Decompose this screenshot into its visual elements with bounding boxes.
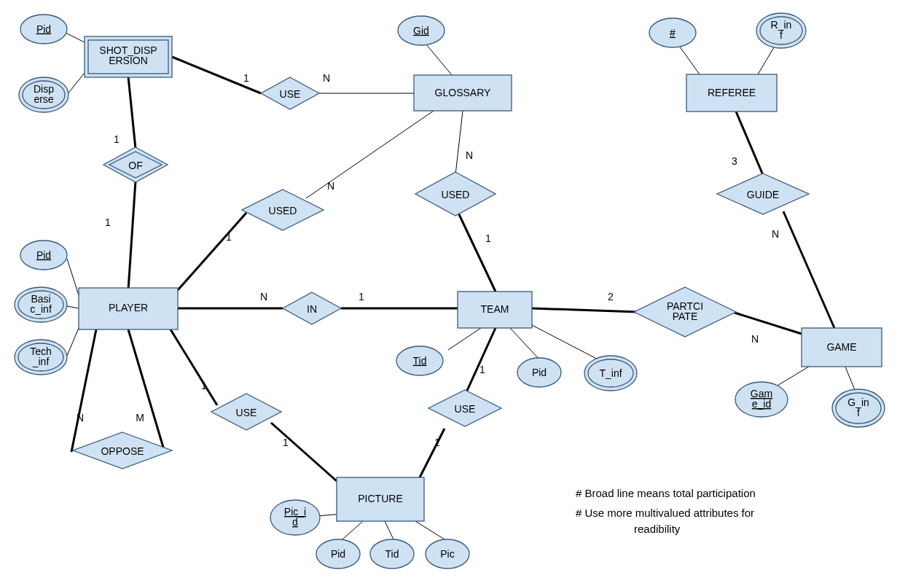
edge-usedpg-glossary — [306, 111, 434, 198]
edge-attr — [385, 521, 394, 539]
entity-player: PLAYER — [79, 288, 178, 329]
attr-label: Pid — [36, 249, 51, 261]
rel-guide: GUIDE — [717, 173, 809, 214]
card-usepp-pic: 1 — [283, 437, 289, 448]
entity-label: GLOSSARY — [435, 87, 491, 98]
edge-attr — [510, 328, 539, 359]
entity-label: PLAYER — [109, 302, 148, 313]
entity-referee: REFEREE — [686, 74, 777, 112]
attr-sd-pid: Pid — [20, 15, 67, 44]
rel-used-tg: USED — [415, 172, 496, 216]
rel-label: GUIDE — [747, 189, 779, 200]
edge-player-oppose-r — [128, 329, 164, 450]
attr-label: Tid — [385, 548, 399, 560]
card-part-game: N — [751, 333, 759, 345]
attr-pic-picid: Pic_id — [270, 500, 320, 535]
card-usedtg-gloss: N — [466, 149, 473, 161]
card-usedtg-team: 1 — [485, 233, 491, 244]
rel-label: USED — [269, 205, 297, 216]
card-usetp-team: 1 — [479, 364, 485, 375]
attr-ref-num: # — [649, 18, 696, 47]
rel-in: IN — [283, 292, 341, 324]
attr-sd-disperse: Disperse — [19, 77, 68, 112]
card-oppose-r: M — [136, 412, 144, 423]
edge-attr — [776, 367, 809, 386]
attr-label: Pid — [331, 548, 345, 560]
entity-picture: PICTURE — [337, 477, 424, 521]
edge-attr — [67, 328, 79, 356]
attr-ref-rinf: R_inf — [756, 13, 806, 48]
attr-team-pid: Pid — [517, 358, 561, 387]
rel-oppose: OPPOSE — [73, 432, 172, 469]
rel-label: USE — [236, 407, 257, 418]
card-part-team: 2 — [608, 291, 614, 302]
card-usedpg-gloss: N — [327, 180, 334, 192]
rel-participate: PARTCIPATE — [634, 287, 736, 337]
rel-label: USE — [455, 403, 476, 415]
card-usepp-player: 1 — [201, 380, 207, 391]
attr-team-tinf: T_inf — [584, 356, 637, 391]
card-use-sd: 1 — [243, 72, 249, 84]
rel-label: OF — [128, 160, 142, 171]
note-line2: # Use more multivalued attributes for — [576, 507, 754, 519]
rel-label: USED — [442, 189, 470, 200]
entity-label: TEAM — [481, 303, 509, 315]
attr-label: T_inf — [599, 367, 622, 379]
edge-player-usedpg — [178, 213, 246, 290]
edge-attr — [67, 259, 79, 295]
card-guide-game: N — [772, 228, 779, 240]
rel-label: OPPOSE — [101, 445, 144, 457]
edge-player-usepp — [171, 329, 217, 405]
attr-label: Tid — [413, 355, 427, 367]
rel-label: IN — [307, 303, 317, 315]
attr-player-tech: Tech_inf — [15, 340, 67, 375]
attr-pic-pic: Pic — [426, 539, 469, 569]
entity-shot-dispersion: SHOT_DISPERSION — [85, 36, 172, 77]
attr-team-tid: Tid — [396, 346, 443, 375]
card-of-player: 1 — [105, 216, 111, 228]
edge-usetp-pic — [420, 429, 445, 477]
edge-attr — [415, 521, 445, 539]
rel-use-sd-gloss: USE — [261, 77, 319, 109]
edge-part-game — [732, 312, 802, 334]
attr-label: Gid — [413, 25, 429, 36]
attr-pic-pid: Pid — [316, 539, 360, 569]
card-usedpg-player: 1 — [226, 231, 232, 243]
card-of-sd: 1 — [114, 133, 120, 145]
edge-glossary-usedtg — [455, 111, 463, 175]
edge-ref-guide — [736, 112, 763, 175]
edge-guide-game — [783, 211, 834, 328]
card-use-gloss: N — [323, 72, 330, 84]
attr-label: Pid — [36, 23, 51, 35]
edge-attr — [678, 44, 700, 74]
edge-attr — [448, 328, 481, 350]
rel-label: USE — [280, 88, 301, 100]
rel-use-pp: USE — [211, 394, 281, 430]
attr-game-gameid: Game_id — [735, 382, 788, 417]
edge-attr — [67, 306, 79, 308]
entity-team: TEAM — [458, 292, 532, 328]
rel-of: OF — [103, 147, 168, 182]
svg-text:Tech_inf: Tech_inf — [30, 345, 52, 367]
card-oppose-l: N — [77, 412, 84, 423]
note-line3: readibility — [634, 523, 681, 535]
svg-text:Game_id: Game_id — [751, 388, 772, 410]
svg-text:Disperse: Disperse — [34, 83, 54, 105]
card-in-team: 1 — [359, 291, 364, 302]
attr-player-pid: Pid — [20, 241, 67, 270]
edge-attr — [67, 73, 85, 95]
edge-team-usetp — [466, 328, 496, 392]
attr-label: # — [670, 27, 676, 39]
attr-label: Pic — [440, 548, 454, 560]
edge-team-part — [532, 308, 638, 312]
edge-of-player — [128, 181, 136, 290]
edge-usedtg-team — [458, 211, 496, 292]
entity-label: REFEREE — [708, 87, 756, 98]
card-in-player: N — [260, 291, 267, 302]
edge-attr — [342, 521, 363, 539]
entity-glossary: GLOSSARY — [414, 75, 512, 111]
edge-usepp-pic — [271, 423, 337, 481]
attr-pic-tid: Tid — [370, 539, 414, 569]
rel-used-pg: USED — [242, 190, 324, 230]
note-line1: # Broad line means total participation — [576, 487, 756, 499]
